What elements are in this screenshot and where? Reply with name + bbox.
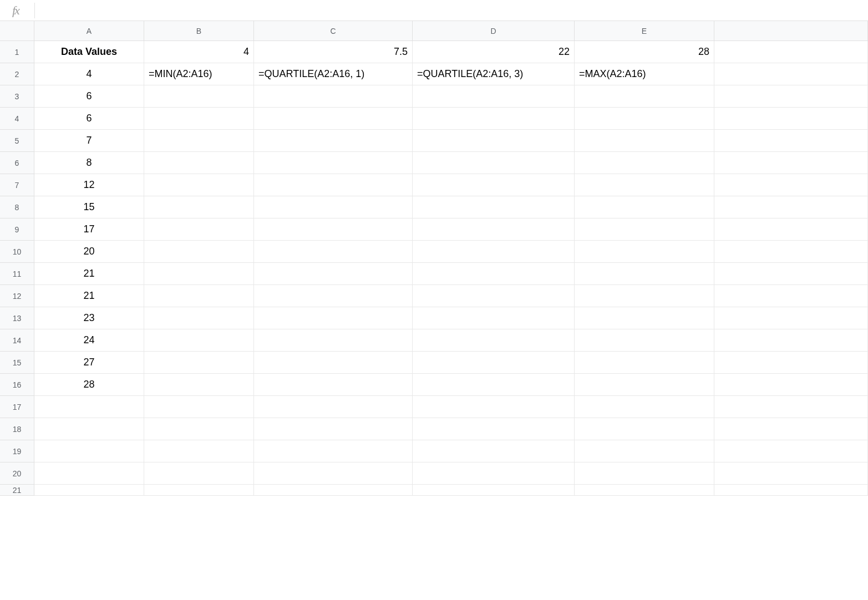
cell-A9[interactable]: 17 bbox=[34, 218, 144, 241]
cell-extra[interactable] bbox=[714, 285, 868, 307]
cell-extra[interactable] bbox=[714, 418, 868, 440]
cell-A17[interactable] bbox=[34, 396, 144, 418]
cell-C10[interactable] bbox=[254, 241, 413, 263]
cell-B17[interactable] bbox=[144, 396, 254, 418]
cell-D2[interactable]: =QUARTILE(A2:A16, 3) bbox=[413, 63, 575, 85]
cell-C15[interactable] bbox=[254, 352, 413, 374]
formula-input[interactable] bbox=[40, 0, 868, 21]
cell-D15[interactable] bbox=[413, 352, 575, 374]
cell-extra[interactable] bbox=[714, 241, 868, 263]
cell-E18[interactable] bbox=[575, 418, 714, 440]
cell-extra[interactable] bbox=[714, 130, 868, 152]
cell-E19[interactable] bbox=[575, 440, 714, 462]
cell-A3[interactable]: 6 bbox=[34, 85, 144, 108]
cell-C13[interactable] bbox=[254, 307, 413, 329]
cell-E4[interactable] bbox=[575, 108, 714, 130]
cell-D5[interactable] bbox=[413, 130, 575, 152]
row-header[interactable]: 3 bbox=[0, 85, 34, 108]
cell-D1[interactable]: 22 bbox=[413, 41, 575, 63]
column-header-extra[interactable] bbox=[714, 21, 868, 41]
cell-B20[interactable] bbox=[144, 462, 254, 485]
cell-extra[interactable] bbox=[714, 485, 868, 496]
row-header[interactable]: 8 bbox=[0, 196, 34, 218]
cell-B4[interactable] bbox=[144, 108, 254, 130]
row-header[interactable]: 10 bbox=[0, 241, 34, 263]
cell-A12[interactable]: 21 bbox=[34, 285, 144, 307]
cell-B18[interactable] bbox=[144, 418, 254, 440]
cell-extra[interactable] bbox=[714, 352, 868, 374]
cell-B6[interactable] bbox=[144, 152, 254, 174]
row-header[interactable]: 2 bbox=[0, 63, 34, 85]
column-header-b[interactable]: B bbox=[144, 21, 254, 41]
column-header-e[interactable]: E bbox=[575, 21, 714, 41]
cell-E10[interactable] bbox=[575, 241, 714, 263]
cell-B15[interactable] bbox=[144, 352, 254, 374]
row-header[interactable]: 9 bbox=[0, 218, 34, 241]
cell-C11[interactable] bbox=[254, 263, 413, 285]
cell-A13[interactable]: 23 bbox=[34, 307, 144, 329]
cell-extra[interactable] bbox=[714, 263, 868, 285]
cell-A2[interactable]: 4 bbox=[34, 63, 144, 85]
cell-E14[interactable] bbox=[575, 329, 714, 352]
cell-C17[interactable] bbox=[254, 396, 413, 418]
cell-C2[interactable]: =QUARTILE(A2:A16, 1) bbox=[254, 63, 413, 85]
cell-C20[interactable] bbox=[254, 462, 413, 485]
row-header[interactable]: 21 bbox=[0, 485, 34, 496]
cell-A20[interactable] bbox=[34, 462, 144, 485]
cell-C3[interactable] bbox=[254, 85, 413, 108]
cell-A7[interactable]: 12 bbox=[34, 174, 144, 196]
row-header[interactable]: 1 bbox=[0, 41, 34, 63]
cell-extra[interactable] bbox=[714, 218, 868, 241]
cell-D18[interactable] bbox=[413, 418, 575, 440]
cell-C4[interactable] bbox=[254, 108, 413, 130]
cell-extra[interactable] bbox=[714, 41, 868, 63]
cell-D9[interactable] bbox=[413, 218, 575, 241]
row-header[interactable]: 19 bbox=[0, 440, 34, 462]
cell-C1[interactable]: 7.5 bbox=[254, 41, 413, 63]
row-header[interactable]: 12 bbox=[0, 285, 34, 307]
cell-extra[interactable] bbox=[714, 152, 868, 174]
cell-C12[interactable] bbox=[254, 285, 413, 307]
cell-A1[interactable]: Data Values bbox=[34, 41, 144, 63]
cell-C14[interactable] bbox=[254, 329, 413, 352]
cell-D3[interactable] bbox=[413, 85, 575, 108]
row-header[interactable]: 5 bbox=[0, 130, 34, 152]
cell-extra[interactable] bbox=[714, 63, 868, 85]
cell-A19[interactable] bbox=[34, 440, 144, 462]
cell-D13[interactable] bbox=[413, 307, 575, 329]
cell-D10[interactable] bbox=[413, 241, 575, 263]
cell-C8[interactable] bbox=[254, 196, 413, 218]
cell-A15[interactable]: 27 bbox=[34, 352, 144, 374]
cell-extra[interactable] bbox=[714, 85, 868, 108]
cell-extra[interactable] bbox=[714, 329, 868, 352]
cell-B12[interactable] bbox=[144, 285, 254, 307]
cell-D6[interactable] bbox=[413, 152, 575, 174]
cell-D11[interactable] bbox=[413, 263, 575, 285]
cell-E21[interactable] bbox=[575, 485, 714, 496]
cell-C9[interactable] bbox=[254, 218, 413, 241]
cell-B14[interactable] bbox=[144, 329, 254, 352]
cell-E13[interactable] bbox=[575, 307, 714, 329]
cell-B10[interactable] bbox=[144, 241, 254, 263]
cell-E12[interactable] bbox=[575, 285, 714, 307]
cell-B13[interactable] bbox=[144, 307, 254, 329]
cell-B11[interactable] bbox=[144, 263, 254, 285]
column-header-d[interactable]: D bbox=[413, 21, 575, 41]
cell-B1[interactable]: 4 bbox=[144, 41, 254, 63]
cell-B2[interactable]: =MIN(A2:A16) bbox=[144, 63, 254, 85]
cell-E1[interactable]: 28 bbox=[575, 41, 714, 63]
cell-E15[interactable] bbox=[575, 352, 714, 374]
row-header[interactable]: 14 bbox=[0, 329, 34, 352]
row-header[interactable]: 6 bbox=[0, 152, 34, 174]
cell-E2[interactable]: =MAX(A2:A16) bbox=[575, 63, 714, 85]
cell-A8[interactable]: 15 bbox=[34, 196, 144, 218]
row-header[interactable]: 16 bbox=[0, 374, 34, 396]
cell-extra[interactable] bbox=[714, 462, 868, 485]
cell-D4[interactable] bbox=[413, 108, 575, 130]
cell-D8[interactable] bbox=[413, 196, 575, 218]
cell-C6[interactable] bbox=[254, 152, 413, 174]
cell-C16[interactable] bbox=[254, 374, 413, 396]
cell-extra[interactable] bbox=[714, 196, 868, 218]
row-header[interactable]: 20 bbox=[0, 462, 34, 485]
cell-C5[interactable] bbox=[254, 130, 413, 152]
